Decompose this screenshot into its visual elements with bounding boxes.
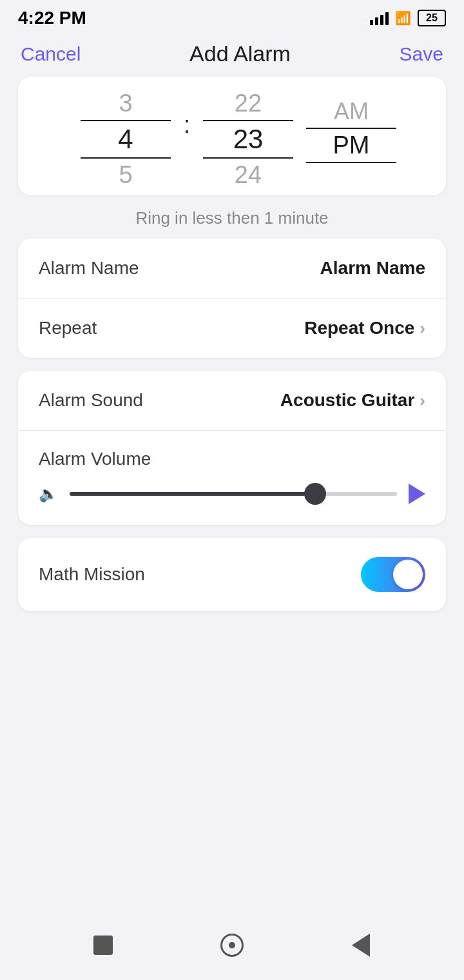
cancel-button[interactable]: Cancel	[21, 43, 81, 65]
stop-button[interactable]	[89, 931, 117, 959]
volume-controls: 🔈	[39, 484, 425, 504]
save-button[interactable]: Save	[400, 43, 443, 65]
ampm-line-bottom	[306, 162, 396, 163]
alarm-name-row[interactable]: Alarm Name Alarm Name	[18, 239, 446, 299]
volume-slider-fill	[70, 492, 315, 496]
hour-above: 3	[119, 90, 132, 117]
minute-current: 23	[233, 124, 264, 155]
volume-slider[interactable]	[70, 492, 397, 496]
hour-below: 5	[119, 161, 132, 189]
alarm-volume-row: Alarm Volume 🔈	[18, 431, 446, 525]
battery-icon: 25	[418, 10, 446, 26]
status-icons: 📶 25	[370, 10, 446, 26]
page-title: Add Alarm	[189, 41, 291, 66]
alarm-name-value: Alarm Name	[320, 258, 425, 279]
back-icon	[352, 934, 370, 957]
math-mission-row: Math Mission	[18, 538, 446, 611]
repeat-row[interactable]: Repeat Repeat Once ›	[18, 299, 446, 358]
hour-column[interactable]: 3 4 5	[68, 90, 184, 189]
alarm-name-repeat-card: Alarm Name Alarm Name Repeat Repeat Once…	[18, 239, 446, 358]
alarm-sound-row[interactable]: Alarm Sound Acoustic Guitar ›	[18, 371, 446, 431]
ampm-above: AM	[334, 98, 369, 125]
hour-line-top	[81, 120, 171, 121]
back-button[interactable]	[347, 931, 375, 959]
math-mission-label: Math Mission	[39, 564, 145, 585]
repeat-value: Repeat Once ›	[304, 318, 425, 338]
volume-low-icon: 🔈	[39, 485, 58, 503]
bottom-nav	[0, 916, 464, 980]
ampm-line-top	[306, 128, 396, 129]
ampm-column[interactable]: AM PM	[306, 98, 396, 181]
volume-slider-thumb[interactable]	[304, 483, 326, 505]
repeat-label: Repeat	[39, 318, 97, 338]
time-separator: :	[184, 112, 190, 148]
nav-bar: Cancel Add Alarm Save	[0, 34, 464, 77]
time-picker: 3 4 5 : 22 23 24 AM PM	[18, 77, 446, 195]
alarm-name-label: Alarm Name	[39, 258, 139, 279]
wifi-icon: 📶	[395, 10, 411, 26]
hour-line-bottom	[81, 157, 171, 159]
volume-play-button[interactable]	[409, 484, 425, 504]
alarm-volume-label: Alarm Volume	[39, 449, 425, 469]
minute-line-bottom	[203, 157, 293, 159]
math-mission-card: Math Mission	[18, 538, 446, 611]
minute-column[interactable]: 22 23 24	[190, 90, 306, 189]
status-time: 4:22 PM	[18, 8, 86, 28]
alarm-sound-label: Alarm Sound	[39, 390, 143, 411]
home-button[interactable]	[218, 931, 246, 959]
ring-text: Ring in less then 1 minute	[0, 208, 464, 228]
alarm-sound-chevron-icon: ›	[420, 391, 425, 411]
ampm-current: PM	[333, 132, 370, 159]
alarm-sound-value: Acoustic Guitar ›	[280, 390, 425, 411]
repeat-chevron-icon: ›	[420, 318, 425, 338]
minute-above: 22	[235, 90, 262, 117]
minute-below: 24	[235, 161, 262, 189]
status-bar: 4:22 PM 📶 25	[0, 0, 464, 34]
alarm-sound-volume-card: Alarm Sound Acoustic Guitar › Alarm Volu…	[18, 371, 446, 525]
math-mission-toggle[interactable]	[361, 557, 425, 592]
hour-current: 4	[118, 124, 133, 155]
signal-icon	[370, 11, 389, 25]
toggle-thumb	[393, 560, 423, 589]
stop-icon	[93, 936, 113, 955]
home-icon	[220, 934, 244, 957]
minute-line-top	[203, 120, 293, 121]
